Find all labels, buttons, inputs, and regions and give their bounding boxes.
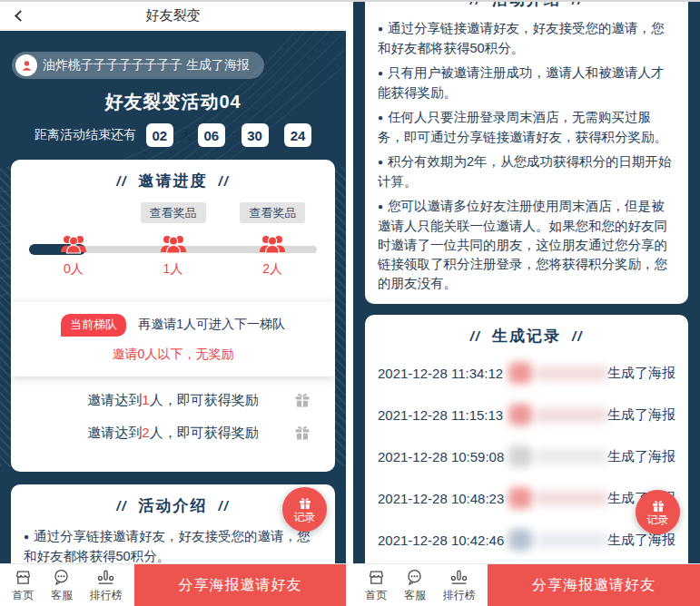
records-title: 生成记录 (492, 326, 561, 347)
nav-label: 排行榜 (90, 588, 123, 603)
nav-item-leaderboard[interactable]: 排行榜 (90, 568, 123, 603)
bullet-text: 您可以邀请多位好友注册使用周末酒店，但是被邀请人只能关联一位邀请人。如果您和您的… (378, 199, 667, 290)
nav-item-support[interactable]: 客服 (404, 568, 426, 603)
milestone-1: 查看奖品 1人 (123, 202, 223, 278)
view-prize-button[interactable]: 查看奖品 (141, 202, 206, 223)
app-header: 好友裂变 (0, 2, 346, 30)
nav-label: 首页 (12, 588, 34, 603)
group-people-icon (258, 231, 287, 255)
bullet-dot: ● (378, 68, 383, 78)
leaderboard-icon (96, 568, 115, 587)
bullet-dot: ● (378, 157, 383, 167)
countdown-label: 距离活动结束还有 (35, 127, 136, 143)
countdown-sep-2: : (275, 129, 279, 142)
title-slash-right: // (219, 498, 230, 513)
reward-row: 邀请达到1人，即可获得奖励 (25, 392, 320, 409)
reward-count: 2 (142, 425, 149, 440)
gift-icon (651, 499, 665, 513)
milestone-label: 2人 (262, 261, 282, 278)
bullet-text: 通过分享链接邀请好友，好友接受您的邀请，您和好友都将获得50积分。 (378, 21, 665, 55)
share-poster-button[interactable]: 分享海报邀请好友 (488, 564, 700, 606)
record-time: 2021-12-28 10:59:08 (378, 449, 508, 464)
record-float-button[interactable]: 记录 (282, 487, 327, 532)
blurred-username (508, 529, 607, 551)
view-prize-button[interactable]: 查看奖品 (240, 202, 305, 223)
record-row: 2021-12-28 10:59:08 生成了海报 (378, 435, 675, 477)
bullet-dot: ● (378, 201, 383, 211)
intro-bullet: ●您可以邀请多位好友注册使用周末酒店，但是被邀请人只能关联一位邀请人。如果您和您… (378, 197, 675, 293)
nav-item-leaderboard[interactable]: 排行榜 (443, 568, 476, 603)
group-people-icon (59, 231, 88, 255)
nav-label: 客服 (404, 588, 426, 603)
intro-bullet: ●任何人只要注册登录周末酒店，无需购买过服务，即可通过分享链接邀请好友，获得积分… (378, 108, 675, 147)
share-poster-button[interactable]: 分享海报邀请好友 (134, 564, 346, 606)
screen-right: // 活动介绍 // ●通过分享链接邀请好友，好友接受您的邀请，您和好友都将获得… (353, 0, 700, 606)
nav-label: 客服 (51, 588, 73, 603)
activity-title: 好友裂变活动04 (0, 90, 346, 114)
group-people-icon (159, 231, 188, 255)
broadcast-text: 油炸桃子子子子子子子子 生成了海报 (43, 57, 250, 73)
milestone-0: 0人 (24, 202, 123, 278)
gift-icon (298, 496, 312, 511)
intro-bullets: ●通过分享链接邀请好友，好友接受您的邀请，您和好友都将获得50积分。 ●只有用户… (378, 19, 675, 293)
page-title: 好友裂变 (146, 7, 201, 24)
milestone-row: 0人 查看奖品 (24, 202, 322, 278)
nav-item-home[interactable]: 首页 (365, 568, 387, 603)
countdown-minutes: 30 (242, 123, 269, 147)
hatch-right (334, 167, 346, 466)
reward-suffix: 人，即可获得奖励 (150, 392, 259, 407)
broadcast-avatar (15, 54, 37, 76)
chat-bubble-icon (52, 568, 71, 587)
reward-count: 1 (142, 392, 149, 407)
bullet-dot: ● (378, 112, 383, 122)
nav-item-home[interactable]: 首页 (12, 568, 34, 603)
tier-warning: 邀请0人以下，无奖励 (20, 347, 326, 363)
reward-row: 邀请达到2人，即可获得奖励 (25, 425, 320, 442)
progress-bar: 0人 查看奖品 (24, 202, 322, 291)
gift-icon (293, 424, 311, 442)
record-action: 生成了海报 (607, 448, 675, 465)
invite-progress-title: 邀请进度 (139, 171, 208, 191)
title-slash-right: // (219, 173, 230, 189)
gift-icon (293, 391, 311, 409)
record-action: 生成了海报 (607, 406, 675, 424)
record-float-label: 记录 (647, 514, 669, 526)
record-time: 2021-12-28 11:34:12 (378, 366, 508, 381)
milestone-label: 1人 (163, 261, 183, 278)
generation-records-card: // 生成记录 // 2021-12-28 11:34:12 生成了海报 202… (365, 315, 688, 606)
record-action: 生成了海报 (607, 532, 675, 549)
card-header: // 邀请进度 // (24, 171, 322, 191)
bullet-text: 只有用户被邀请注册成功，邀请人和被邀请人才能获得奖励。 (378, 65, 665, 100)
nav-item-support[interactable]: 客服 (51, 568, 73, 603)
reward-suffix: 人，即可获得奖励 (150, 425, 259, 440)
intro-bullet: ●通过分享链接邀请好友，好友接受您的邀请，您和好友都将获得50积分。 (378, 19, 675, 58)
reward-prefix: 邀请达到 (87, 392, 142, 407)
current-tier-box: 当前梯队 再邀请1人可进入下一梯队 邀请0人以下，无奖励 (11, 302, 335, 376)
nav-label: 首页 (365, 588, 387, 603)
record-row: 2021-12-28 10:48:23 生成了海报 (378, 477, 675, 519)
nav-items: 首页 客服 排行榜 (353, 564, 488, 606)
record-row: 2021-12-28 11:34:12 生成了海报 (378, 352, 675, 394)
storefront-icon (14, 568, 33, 587)
top-divider (0, 0, 700, 2)
bottom-nav: 首页 客服 排行榜 (0, 563, 346, 606)
activity-intro-title: 活动介绍 (139, 495, 208, 516)
bullet-text: 通过分享链接邀请好友，好友接受您的邀请，您和好友都将获得50积分。 (24, 529, 311, 563)
intro-bullet: ●积分有效期为2年，从您成功获得积分的日期开始计算。 (378, 152, 675, 191)
intro-bullet: ●只有用户被邀请注册成功，邀请人和被邀请人才能获得奖励。 (378, 64, 675, 103)
tier-line: 当前梯队 再邀请1人可进入下一梯队 (20, 314, 326, 337)
record-row: 2021-12-28 10:42:46 生成了海报 (378, 519, 675, 561)
milestone-2: 查看奖品 2人 (222, 202, 322, 278)
nav-label: 排行榜 (443, 588, 476, 603)
nav-items: 首页 客服 排行榜 (0, 564, 134, 606)
broadcast-pill: 油炸桃子子子子子子子子 生成了海报 (12, 52, 264, 79)
countdown-sep-1: : (232, 129, 235, 142)
current-tier-badge: 当前梯队 (61, 314, 126, 337)
blurred-username (508, 445, 607, 467)
back-icon[interactable] (15, 10, 26, 22)
milestone-label: 0人 (64, 261, 84, 278)
bullet-text: 积分有效期为2年，从您成功获得积分的日期开始计算。 (378, 154, 672, 189)
title-slash-left: // (116, 173, 127, 189)
person-icon (20, 59, 34, 73)
record-float-button[interactable]: 记录 (636, 490, 680, 534)
